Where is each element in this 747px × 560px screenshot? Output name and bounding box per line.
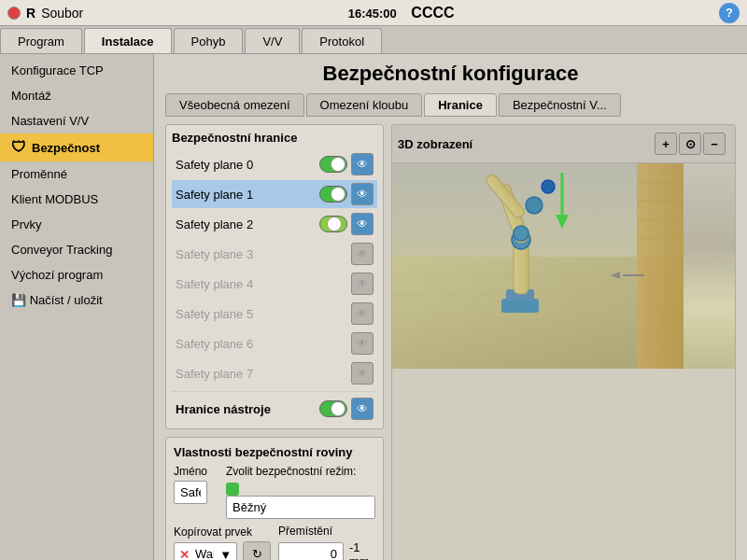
zoom-reset-button[interactable]: ⊙ — [679, 133, 701, 155]
tab-pohyb[interactable]: Pohyb — [174, 28, 244, 53]
plane-eye-6[interactable]: 👁 — [351, 332, 374, 355]
name-column: Jméno — [174, 465, 207, 519]
help-button[interactable]: ? — [719, 3, 740, 23]
nav-tabs: Program Instalace Pohyb V/V Protokol — [0, 26, 747, 54]
close-button[interactable] — [7, 7, 21, 20]
sidebar-item-nacist-ulozit[interactable]: 💾 Načíst / uložit — [0, 287, 153, 313]
copy-column: Kopírovat prvek ✕ Wall ▼ ↻ — [174, 525, 271, 560]
sidebar-item-klient-modbus[interactable]: Klient MODBUS — [0, 187, 153, 212]
tool-boundary-row: Hranice nástroje 👁 — [172, 391, 377, 423]
plane-label-6: Safety plane 6 — [176, 337, 347, 351]
sidebar: Konfigurace TCP Montáž Nastavení V/V 🛡 B… — [0, 54, 154, 560]
svg-point-33 — [542, 180, 555, 193]
plane-eye-3[interactable]: 👁 — [351, 243, 374, 265]
sidebar-item-bezpecnost[interactable]: 🛡 Bezpečnost — [0, 133, 153, 161]
security-mode-select[interactable]: Běžný — [226, 496, 375, 519]
tab-vv[interactable]: V/V — [245, 28, 300, 53]
zoom-in-button[interactable]: + — [655, 133, 677, 155]
sidebar-item-vychozi-program[interactable]: Výchozí program — [0, 262, 153, 287]
tab-protokol[interactable]: Protokol — [302, 28, 382, 53]
plane-label-1: Safety plane 1 — [176, 188, 319, 202]
svg-rect-16 — [637, 163, 684, 369]
sub-tab-omezeni-kloubu[interactable]: Omezení kloubu — [306, 93, 423, 117]
displacement-unit: -1 mm — [349, 540, 375, 560]
tool-toggle[interactable] — [319, 400, 347, 417]
plane-label-7: Safety plane 7 — [176, 367, 347, 381]
content-area: Bezpečnostní konfigurace Všeobecná omeze… — [154, 54, 747, 560]
tool-eye[interactable]: 👁 — [351, 398, 374, 420]
safety-panel-title: Bezpečnostní hranice — [172, 131, 377, 145]
sidebar-item-promenne[interactable]: Proměnné — [0, 161, 153, 187]
svg-point-30 — [514, 226, 529, 241]
svg-rect-27 — [514, 243, 529, 294]
plane-row-5: Safety plane 5 👁 — [172, 300, 377, 328]
svg-rect-25 — [501, 299, 539, 313]
plane-row-7: Safety plane 7 👁 — [172, 359, 377, 387]
plane-label-2: Safety plane 2 — [176, 217, 319, 231]
plane-eye-1[interactable]: 👁 — [351, 183, 374, 205]
plane-label-0: Safety plane 0 — [176, 158, 319, 172]
plane-toggle-1[interactable] — [319, 186, 347, 203]
plane-label-3: Safety plane 3 — [176, 247, 347, 261]
plane-eye-2[interactable]: 👁 — [351, 213, 374, 235]
save-icon: 💾 — [11, 293, 26, 307]
page-title: Bezpečnostní konfigurace — [165, 62, 736, 86]
sidebar-item-conveyor-tracking[interactable]: Conveyor Tracking — [0, 237, 153, 262]
main: Konfigurace TCP Montáž Nastavení V/V 🛡 B… — [0, 54, 747, 560]
zoom-out-button[interactable]: − — [703, 133, 726, 155]
name-label: Jméno — [174, 465, 207, 478]
displacement-label: Přemístění — [278, 525, 375, 538]
robot-view — [392, 163, 735, 369]
app-logo: R — [26, 6, 35, 21]
displacement-row: -1 mm — [278, 540, 375, 560]
sidebar-item-konfigurace-tcp[interactable]: Konfigurace TCP — [0, 58, 153, 83]
security-mode-label: Zvolit bezpečnostní režim: — [226, 465, 375, 478]
displacement-column: Přemístění -1 mm — [278, 525, 375, 560]
app-title: Soubor — [41, 6, 83, 21]
plane-eye-4[interactable]: 👁 — [351, 273, 374, 295]
sub-tab-hranice[interactable]: Hranice — [424, 93, 497, 117]
safety-panel: Bezpečnostní hranice Safety plane 0 👁 Sa… — [165, 124, 384, 429]
properties-section: Vlastnosti bezpečnostní roviny Jméno Zvo… — [165, 437, 384, 560]
x-icon: ✕ — [179, 547, 190, 560]
sub-tab-bezpecnostni-v[interactable]: Bezpečnostní V... — [499, 93, 621, 117]
sub-tab-vseobecna[interactable]: Všeobecná omezení — [165, 93, 304, 117]
name-input[interactable] — [174, 481, 207, 504]
view-3d-title: 3D zobrazení + ⊙ − — [392, 125, 735, 163]
sub-tabs: Všeobecná omezení Omezení kloubu Hranice… — [165, 93, 736, 117]
safety-planes-column: Bezpečnostní hranice Safety plane 0 👁 Sa… — [165, 124, 384, 560]
view-controls: + ⊙ − — [651, 129, 729, 159]
sidebar-item-prvky[interactable]: Prvky — [0, 212, 153, 237]
sidebar-item-montaz[interactable]: Montáž — [0, 83, 153, 108]
robot-visualization — [392, 163, 683, 369]
titlebar-left: R Soubor — [7, 6, 83, 21]
props-row-bottom: Kopírovat prvek ✕ Wall ▼ ↻ — [174, 525, 375, 560]
plane-row-1: Safety plane 1 👁 — [172, 180, 377, 208]
tab-program[interactable]: Program — [0, 28, 82, 53]
plane-toggle-2[interactable] — [319, 216, 347, 232]
copy-label: Kopírovat prvek — [174, 525, 271, 539]
tool-boundary-label: Hranice nástroje — [176, 402, 319, 416]
plane-label-5: Safety plane 5 — [176, 307, 347, 321]
plane-eye-5[interactable]: 👁 — [351, 302, 374, 325]
tab-instalace[interactable]: Instalace — [84, 28, 172, 53]
plane-eye-7[interactable]: 👁 — [351, 362, 374, 385]
properties-title: Vlastnosti bezpečnostní roviny — [174, 445, 375, 459]
shield-icon: 🛡 — [11, 139, 26, 156]
plane-row-2: Safety plane 2 👁 — [172, 210, 377, 238]
sidebar-item-nastaveni-vv[interactable]: Nastavení V/V — [0, 108, 153, 133]
plane-toggle-0[interactable] — [319, 156, 347, 173]
refresh-button[interactable]: ↻ — [243, 541, 271, 560]
titlebar-center: 16:45:00 CCCC — [348, 5, 455, 21]
titlebar: R Soubor 16:45:00 CCCC ? — [0, 0, 747, 26]
props-row-top: Jméno Zvolit bezpečnostní režim: Běžný — [174, 465, 375, 519]
plane-label-4: Safety plane 4 — [176, 277, 347, 291]
copy-select-wrap: ✕ Wall ▼ — [174, 542, 237, 560]
clock: 16:45:00 — [348, 7, 397, 21]
displacement-input[interactable] — [278, 542, 344, 560]
security-mode-column: Zvolit bezpečnostní režim: Běžný — [226, 465, 375, 519]
view-3d: 3D zobrazení + ⊙ − — [391, 124, 736, 560]
plane-eye-0[interactable]: 👁 — [351, 153, 374, 175]
green-dot-icon — [226, 483, 239, 496]
plane-row-3: Safety plane 3 👁 — [172, 240, 377, 268]
